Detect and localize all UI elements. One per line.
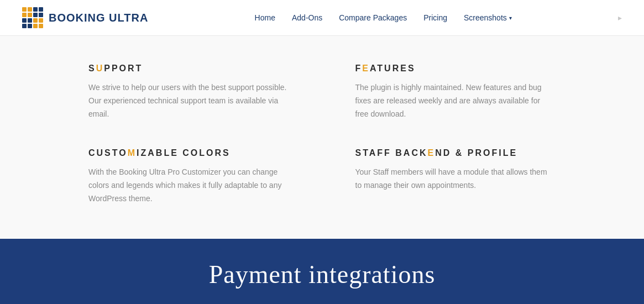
payment-banner-text: Payment integrations	[209, 260, 436, 289]
feature-features-desc: The plugin is highly maintained. New fea…	[355, 81, 556, 120]
feature-staff-desc: Your Staff members will have a module th…	[355, 166, 556, 192]
logo-dot	[33, 13, 38, 17]
nav-home[interactable]: Home	[255, 13, 275, 22]
chevron-down-icon: ▾	[509, 15, 512, 21]
feature-support: SUPPORT We strive to help our users with…	[88, 64, 289, 120]
logo-dot	[28, 24, 32, 28]
payment-banner: Payment integrations	[0, 239, 644, 304]
logo-dot	[39, 13, 43, 17]
logo-dot	[33, 7, 38, 12]
nav-pricing[interactable]: Pricing	[423, 13, 447, 22]
logo-dot	[39, 18, 43, 23]
feature-support-title: SUPPORT	[88, 64, 289, 74]
logo-dot	[28, 7, 32, 12]
features-grid: SUPPORT We strive to help our users with…	[88, 64, 556, 206]
header-arrow-icon: ▸	[618, 13, 622, 23]
logo-dot	[22, 7, 27, 12]
nav-addons[interactable]: Add-Ons	[292, 13, 322, 22]
logo-dot	[33, 24, 38, 28]
nav-screenshots[interactable]: Screenshots ▾	[464, 13, 512, 22]
feature-colors-title: CUSTOMIZABLE COLORS	[88, 148, 289, 158]
logo-dot	[39, 24, 43, 28]
logo-dot	[28, 13, 32, 17]
nav-compare[interactable]: Compare Packages	[339, 13, 407, 22]
logo[interactable]: BOOKING ULTRA	[22, 7, 148, 28]
feature-staff-title: STAFF BACKEND & PROFILE	[355, 148, 556, 158]
logo-dot	[22, 13, 27, 17]
main-nav: Home Add-Ons Compare Packages Pricing Sc…	[255, 13, 512, 22]
feature-staff: STAFF BACKEND & PROFILE Your Staff membe…	[355, 148, 556, 205]
logo-dot	[28, 18, 32, 23]
nav-screenshots-link[interactable]: Screenshots	[464, 13, 507, 22]
feature-features-title: FEATURES	[355, 64, 556, 74]
logo-dot	[39, 7, 43, 12]
logo-dot	[22, 24, 27, 28]
main-content: SUPPORT We strive to help our users with…	[0, 36, 644, 239]
logo-grid-icon	[22, 7, 43, 28]
site-header: BOOKING ULTRA Home Add-Ons Compare Packa…	[0, 0, 644, 36]
logo-text: BOOKING ULTRA	[49, 12, 148, 24]
logo-dot	[33, 18, 38, 23]
feature-colors-desc: With the Booking Ultra Pro Customizer yo…	[88, 166, 289, 205]
feature-support-desc: We strive to help our users with the bes…	[88, 81, 289, 120]
feature-colors: CUSTOMIZABLE COLORS With the Booking Ult…	[88, 148, 289, 205]
feature-features: FEATURES The plugin is highly maintained…	[355, 64, 556, 120]
logo-dot	[22, 18, 27, 23]
